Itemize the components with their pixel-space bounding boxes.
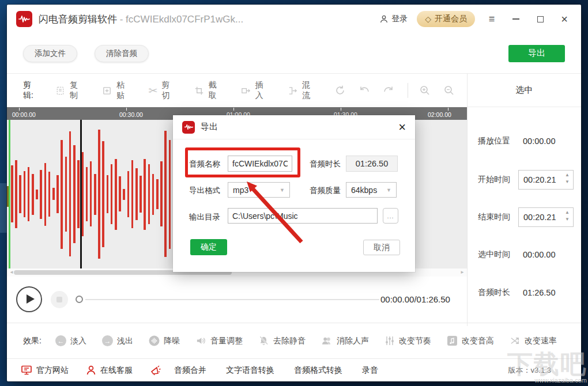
menu-icon: ≡	[489, 13, 495, 25]
text-to-speech-link[interactable]: 文字语音转换	[226, 365, 274, 376]
spin-down-icon[interactable]: ▼	[564, 179, 570, 186]
undo-button[interactable]	[358, 84, 371, 97]
waveform-bar	[119, 176, 121, 211]
scroll-left-icon[interactable]: ◄	[9, 270, 14, 275]
add-file-button[interactable]: 添加文件	[23, 45, 77, 62]
fade-in-label: 淡入	[70, 336, 86, 346]
output-dir-input[interactable]	[228, 208, 378, 224]
selected-time-value: 00:00.00	[523, 250, 555, 259]
export-format-label: 导出格式	[189, 186, 220, 196]
dialog-title: 导出	[201, 122, 218, 133]
online-service-link[interactable]: 在线客服	[86, 365, 133, 376]
change-speed-button[interactable]: 改变速率	[510, 335, 557, 346]
waveform-bar	[102, 141, 104, 247]
waveform-bar	[73, 145, 76, 243]
login-button[interactable]: 登录	[379, 14, 408, 24]
zoom-in-button[interactable]	[419, 84, 431, 97]
audio-quality-select[interactable]: 64kbps ▼	[346, 182, 397, 198]
start-time-value: 00:20.21	[523, 175, 556, 184]
waveform-bar	[19, 175, 21, 213]
zoom-out-button[interactable]	[443, 84, 455, 97]
sliders-icon	[385, 335, 395, 346]
minimize-button[interactable]	[508, 12, 523, 27]
app-name: 闪电音频剪辑软件	[39, 14, 117, 25]
change-tempo-label: 改变节奏	[399, 336, 431, 346]
dialog-close-icon[interactable]: ×	[398, 121, 406, 134]
maximize-button[interactable]	[533, 12, 548, 27]
change-pitch-button[interactable]: 改变音高	[447, 335, 494, 346]
speaker-icon	[195, 335, 206, 346]
edit-label: 剪辑:	[23, 80, 40, 101]
official-website-link[interactable]: 官方网站	[21, 365, 69, 376]
minimize-icon	[512, 18, 519, 20]
waveform-bar	[15, 160, 17, 228]
waveform-bar	[86, 167, 88, 221]
waveform-bar	[115, 159, 117, 230]
waveform-bar	[48, 172, 51, 217]
window-title: 闪电音频剪辑软件 - fcCWIEkdlx07CFrP1wGk...	[39, 13, 243, 26]
spin-up-icon[interactable]: ▲	[564, 209, 570, 216]
dialog-duration-value: 01:26.50	[346, 156, 398, 172]
cut-button[interactable]: ✂ 剪切	[148, 80, 175, 101]
player-bar: 00:00.00/01:26.50	[7, 277, 467, 323]
duration-row: 音频时长 01:26.50	[468, 283, 581, 302]
export-button[interactable]: 导出	[508, 45, 565, 62]
browse-button[interactable]: ...	[383, 208, 398, 224]
playhead-cursor[interactable]	[9, 120, 10, 268]
waveform-bar	[69, 131, 71, 256]
waveform-bar	[156, 179, 159, 209]
spin-down-icon[interactable]: ▼	[564, 216, 570, 223]
end-time-spinner[interactable]: 00:20.21 ▲▼	[518, 207, 574, 227]
start-time-label: 开始时间	[478, 175, 510, 185]
duration-value: 01:26.50	[523, 288, 555, 297]
crop-button[interactable]: 截取	[194, 80, 222, 101]
change-tempo-button[interactable]: 改变节奏	[385, 335, 431, 346]
fade-out-button[interactable]: → 浅出	[102, 335, 133, 346]
time-tick-label: 02:00.00	[428, 111, 451, 118]
seek-handle[interactable]	[76, 296, 83, 303]
waveform-bar	[52, 188, 55, 200]
waveform-bar	[131, 160, 134, 228]
insert-button[interactable]: 插入	[240, 80, 269, 101]
record-link[interactable]: 录音	[362, 365, 378, 376]
ok-button[interactable]: 确定	[190, 239, 227, 255]
denoise-button[interactable]: 降噪	[149, 335, 180, 346]
duration-label: 音频时长	[478, 287, 510, 298]
vip-button[interactable]: ◇ 开通会员	[417, 11, 475, 27]
megaphone-icon	[150, 365, 161, 376]
copy-button[interactable]: 复制	[55, 80, 83, 101]
remove-silence-button[interactable]: 去除静音	[258, 335, 306, 346]
spin-up-icon[interactable]: ▲	[564, 172, 570, 179]
insert-icon	[240, 85, 251, 96]
crop-icon	[194, 85, 205, 96]
mix-button[interactable]: 混流	[287, 80, 315, 101]
preview-button[interactable]	[334, 84, 346, 97]
close-button[interactable]: ×	[557, 12, 572, 27]
audio-name-input[interactable]	[228, 156, 292, 172]
scroll-right-icon[interactable]: ►	[460, 270, 465, 275]
clear-audio-button[interactable]: 清除音频	[95, 45, 149, 62]
play-button[interactable]	[16, 286, 42, 312]
export-format-select[interactable]: mp3 ▼	[228, 182, 290, 198]
paste-button[interactable]: 粘贴	[101, 80, 130, 101]
gem-icon: ◇	[425, 14, 431, 24]
stop-button[interactable]	[51, 291, 68, 308]
audio-name-label: 音频名称	[189, 159, 220, 169]
cancel-button[interactable]: 取消	[363, 240, 400, 255]
close-icon: ×	[561, 13, 568, 25]
audio-merge-link[interactable]: 音频合并	[174, 365, 206, 376]
fade-out-label: 浅出	[117, 336, 133, 346]
remove-vocal-button[interactable]: 消除人声	[321, 335, 369, 346]
selection-marker[interactable]	[80, 120, 82, 268]
menu-button[interactable]: ≡	[484, 12, 499, 27]
end-time-label: 结束时间	[478, 212, 510, 222]
ruler-tick	[126, 108, 127, 111]
audio-quality-label: 音频质量	[310, 186, 341, 196]
start-time-spinner[interactable]: 00:20.21 ▲▼	[518, 170, 574, 190]
format-convert-link[interactable]: 音频格式转换	[294, 365, 342, 376]
seek-track[interactable]	[85, 299, 379, 300]
waveform-bar	[135, 168, 138, 220]
volume-button[interactable]: 音量调整	[195, 335, 243, 346]
redo-button[interactable]	[382, 84, 395, 97]
fade-in-button[interactable]: ← 淡入	[55, 335, 86, 346]
